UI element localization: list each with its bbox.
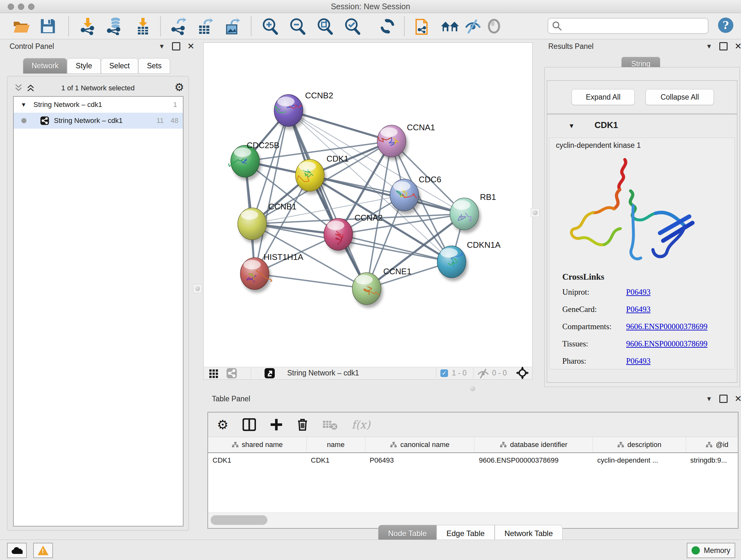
network-tree-row[interactable]: ▼String Network – cdk11 (14, 97, 183, 113)
table-cell[interactable]: CDK1 (307, 453, 365, 468)
panel-menu-icon[interactable]: ▼ (706, 43, 712, 50)
node-label-CCNA1: CCNA1 (407, 123, 435, 132)
import-table-button[interactable] (133, 17, 152, 36)
table-row[interactable]: CDK1CDK1P064939606.ENSP00000378699cyclin… (208, 453, 738, 468)
fit-content-crosshair-icon[interactable] (516, 366, 529, 380)
column-header-canonical-name[interactable]: canonical name (365, 437, 474, 453)
warning-icon (38, 546, 49, 555)
zoom-selected-button[interactable] (343, 17, 362, 36)
panel-menu-icon[interactable]: ▼ (158, 43, 165, 50)
network-share-icon[interactable] (226, 368, 238, 379)
close-panel-icon[interactable]: ✕ (735, 43, 741, 50)
birdseye-button[interactable] (484, 17, 503, 36)
zoom-fit-button[interactable] (315, 17, 334, 36)
tab-style[interactable]: Style (67, 58, 100, 74)
warnings-button[interactable] (33, 543, 53, 558)
hide-eye-icon (464, 18, 482, 34)
homes-button[interactable] (441, 17, 460, 36)
memory-button[interactable]: Memory (687, 543, 735, 558)
column-header-description[interactable]: description (593, 437, 686, 453)
node-CDC6[interactable]: CDC6 (390, 175, 441, 214)
crosslink-link[interactable]: P06493 (626, 357, 650, 366)
search-input[interactable] (562, 19, 708, 33)
column-header--id[interactable]: @id (686, 437, 738, 453)
network-options-gear-icon[interactable]: ⚙ (175, 81, 184, 94)
float-panel-icon[interactable] (172, 42, 180, 51)
main-toolbar: ? (0, 13, 741, 39)
node-CDK1[interactable]: CDK1 (295, 154, 348, 194)
table-options-gear-icon[interactable]: ⚙ (217, 417, 228, 432)
collapse-node-icon[interactable]: ▼ (21, 102, 26, 108)
column-header-database-identifier[interactable]: database identifier (475, 437, 593, 453)
close-panel-icon[interactable]: ✕ (187, 43, 195, 50)
scrollbar-thumb[interactable] (211, 515, 267, 525)
node-RB1[interactable]: RB1 (450, 192, 496, 233)
show-columns-icon[interactable] (243, 418, 256, 431)
table-cell[interactable]: cyclin-dependent ... (593, 453, 686, 468)
table-cell[interactable]: stringdb:9... (686, 453, 738, 468)
selected-checkbox-icon[interactable]: ✓ (441, 369, 448, 377)
cloud-button[interactable] (7, 543, 27, 558)
add-column-icon[interactable] (270, 418, 283, 431)
crosslink-link[interactable]: P06493 (626, 305, 650, 314)
left-splitter-handle[interactable] (193, 284, 202, 293)
zoom-in-button[interactable] (260, 17, 280, 36)
crosslink-link[interactable]: 9606.ENSP00000378699 (626, 322, 708, 331)
node-table[interactable]: shared namenamecanonical namedatabase id… (208, 437, 738, 512)
help-button[interactable]: ? (718, 17, 733, 33)
table-cell[interactable]: P06493 (365, 453, 474, 468)
crosslink-label: Tissues: (562, 339, 626, 348)
export-table-button[interactable] (195, 17, 214, 36)
node-label-CDC25B: CDC25B (247, 140, 280, 150)
tab-network[interactable]: Network (23, 58, 67, 74)
tab-sets[interactable]: Sets (138, 58, 170, 74)
delete-column-icon[interactable] (297, 418, 308, 431)
import-network-button[interactable] (78, 17, 97, 36)
collapse-section-icon[interactable]: ▼ (568, 122, 575, 130)
statusbar-separator (473, 368, 474, 378)
node-CCNE1[interactable]: CCNE1 (352, 266, 411, 308)
import-network-from-database-button[interactable] (105, 17, 125, 36)
bottom-splitter-handle[interactable] (468, 384, 477, 393)
title-bar: Session: New Session (0, 0, 741, 13)
node-CCNA1[interactable]: CCNA1 (377, 123, 435, 160)
network-tree-row[interactable]: String Network – cdk11148 (14, 113, 183, 129)
column-header-name[interactable]: name (307, 437, 365, 453)
table-cell[interactable]: 9606.ENSP00000378699 (475, 453, 593, 468)
detach-view-icon[interactable] (264, 368, 275, 379)
right-splitter-handle[interactable] (531, 208, 540, 217)
homes-icon (441, 18, 460, 34)
zoom-out-button[interactable] (288, 17, 307, 36)
share-document-button[interactable] (413, 17, 432, 36)
grid-view-icon[interactable] (208, 368, 219, 379)
node-CCNB2[interactable]: CCNB2 (274, 91, 333, 130)
node-HIST1H1A[interactable]: HIST1H1A (240, 252, 304, 293)
node-CDKN1A[interactable]: CDKN1A (437, 240, 501, 281)
refresh-view-button[interactable] (378, 17, 397, 36)
save-session-button[interactable] (38, 17, 57, 36)
close-panel-icon[interactable]: ✕ (735, 395, 741, 402)
node-table-container: ⚙ f(x) (207, 412, 738, 529)
collapse-all-button[interactable]: Collapse All (646, 89, 714, 105)
float-panel-icon[interactable] (719, 395, 728, 403)
network-graph[interactable]: CCNB2CCNA1CDC25BCDK1CDC6RB1CCNB1CCNA2CDK… (204, 43, 532, 367)
network-edges[interactable] (245, 111, 464, 289)
tab-select[interactable]: Select (101, 58, 138, 74)
export-image-button[interactable] (223, 17, 242, 36)
crosslink-row: Compartments:9606.ENSP00000378699 (562, 322, 708, 331)
expand-all-button[interactable]: Expand All (571, 89, 635, 105)
panel-menu-icon[interactable]: ▼ (706, 395, 712, 402)
table-toolbar: ⚙ f(x) (208, 413, 738, 437)
crosslink-link[interactable]: 9606.ENSP00000378699 (626, 339, 708, 348)
crosslink-label: Uniprot: (562, 288, 626, 297)
node-label-CDKN1A: CDKN1A (467, 240, 501, 250)
hidden-elements-eye-icon (477, 369, 489, 378)
crosslink-link[interactable]: P06493 (626, 288, 650, 297)
network-view-canvas[interactable]: CCNB2CCNA1CDC25BCDK1CDC6RB1CCNB1CCNA2CDK… (203, 43, 533, 367)
export-network-button[interactable] (169, 17, 188, 36)
table-cell[interactable]: CDK1 (208, 453, 307, 468)
float-panel-icon[interactable] (719, 42, 728, 51)
hide-panels-button[interactable] (463, 17, 482, 36)
column-header-shared-name[interactable]: shared name (208, 437, 307, 453)
open-file-button[interactable] (12, 17, 31, 36)
